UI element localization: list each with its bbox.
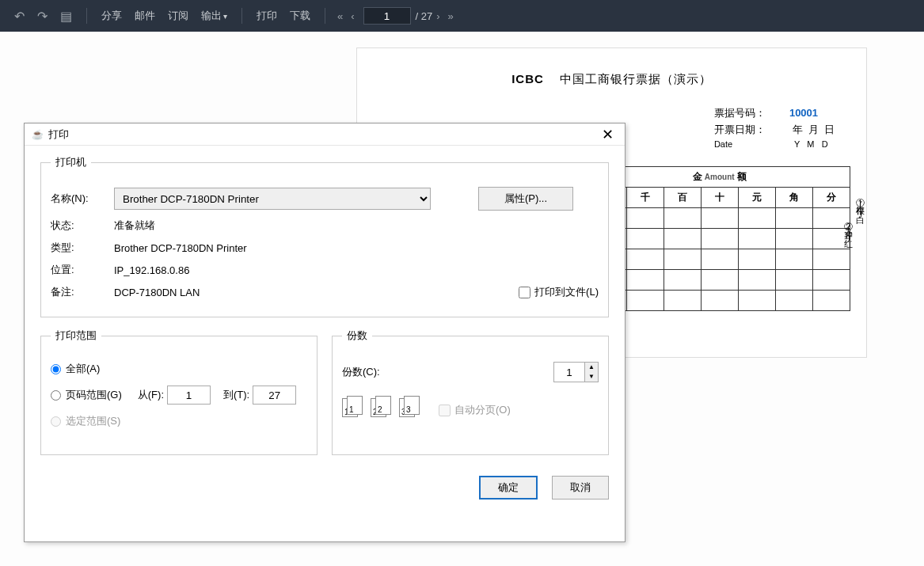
type-value: Brother DCP-7180DN Printer	[114, 242, 599, 254]
share-button[interactable]: 分享	[101, 9, 122, 23]
range-selection-radio: 选定范围(S)	[51, 414, 307, 428]
first-page-icon[interactable]: «	[337, 10, 343, 22]
separator	[86, 8, 87, 24]
dialog-titlebar: ☕ 打印 ✕	[25, 123, 625, 146]
range-from-input[interactable]	[167, 386, 211, 405]
export-dropdown[interactable]: 输出▾	[201, 9, 227, 23]
remark-value: DCP-7180DN LAN	[114, 287, 519, 298]
spinner-down-icon[interactable]: ▼	[585, 372, 598, 382]
print-button[interactable]: 打印	[257, 9, 277, 23]
download-button[interactable]: 下载	[290, 9, 310, 23]
java-icon: ☕	[31, 128, 44, 141]
copies-legend: 份数	[342, 329, 372, 343]
collate-checkbox[interactable]: 自动分页(O)	[439, 403, 511, 417]
location-value: IP_192.168.0.86	[114, 264, 599, 276]
save-icon[interactable]: ▤	[60, 9, 72, 24]
side-annotation: ①存根(白) ②客户(红)	[842, 191, 866, 242]
cancel-button[interactable]: 取消	[552, 476, 609, 500]
range-pages-radio[interactable]: 页码范围(G) 从(F): 到(T):	[51, 386, 307, 405]
range-all-radio[interactable]: 全部(A)	[51, 362, 307, 376]
document-meta: 票据号码：10001 开票日期： 年 月 日 Date Y M D	[714, 104, 835, 151]
type-label: 类型:	[51, 241, 114, 255]
undo-icon[interactable]: ↶	[14, 9, 25, 24]
last-page-icon[interactable]: »	[448, 10, 454, 22]
copies-fieldset: 份数 份数(C): ▲▼ 11 22 33 自动分页(O)	[332, 329, 609, 455]
status-value: 准备就绪	[114, 218, 599, 233]
location-label: 位置:	[51, 263, 114, 277]
spinner-up-icon[interactable]: ▲	[585, 363, 598, 372]
ok-button[interactable]: 确定	[479, 476, 538, 500]
status-label: 状态:	[51, 218, 114, 233]
prev-page-icon[interactable]: ‹	[351, 10, 354, 22]
remark-label: 备注:	[51, 285, 114, 299]
separator	[241, 8, 242, 24]
range-fieldset: 打印范围 全部(A) 页码范围(G) 从(F): 到(T): 选定范围(S)	[40, 329, 318, 455]
range-legend: 打印范围	[51, 329, 101, 343]
print-to-file-checkbox[interactable]: 打印到文件(L)	[519, 285, 599, 299]
copies-spinner[interactable]: ▲▼	[553, 362, 599, 382]
mail-button[interactable]: 邮件	[135, 9, 155, 23]
dialog-title: 打印	[48, 127, 69, 142]
redo-icon[interactable]: ↷	[37, 9, 48, 24]
printer-name-select[interactable]: Brother DCP-7180DN Printer	[114, 188, 431, 210]
printer-legend: 打印机	[51, 155, 91, 169]
collate-preview: 11 22 33 自动分页(O)	[342, 398, 599, 422]
printer-fieldset: 打印机 名称(N): Brother DCP-7180DN Printer 属性…	[40, 155, 609, 317]
print-dialog: ☕ 打印 ✕ 打印机 名称(N): Brother DCP-7180DN Pri…	[24, 123, 626, 542]
separator	[325, 8, 325, 24]
printer-name-label: 名称(N):	[51, 192, 114, 206]
copies-input[interactable]	[554, 363, 584, 382]
close-icon[interactable]: ✕	[597, 126, 618, 143]
subscribe-button[interactable]: 订阅	[168, 9, 188, 23]
range-to-input[interactable]	[253, 386, 296, 405]
page-total-label: / 27	[416, 10, 433, 22]
page-number-input[interactable]	[363, 7, 411, 25]
document-title: ICBC中国工商银行票据（演示）	[373, 72, 850, 87]
properties-button[interactable]: 属性(P)...	[478, 187, 573, 211]
next-page-icon[interactable]: ›	[436, 10, 439, 22]
copies-label: 份数(C):	[342, 365, 380, 379]
top-toolbar: ↶ ↷ ▤ 分享 邮件 订阅 输出▾ 打印 下载 « ‹ / 27 › »	[0, 0, 924, 32]
